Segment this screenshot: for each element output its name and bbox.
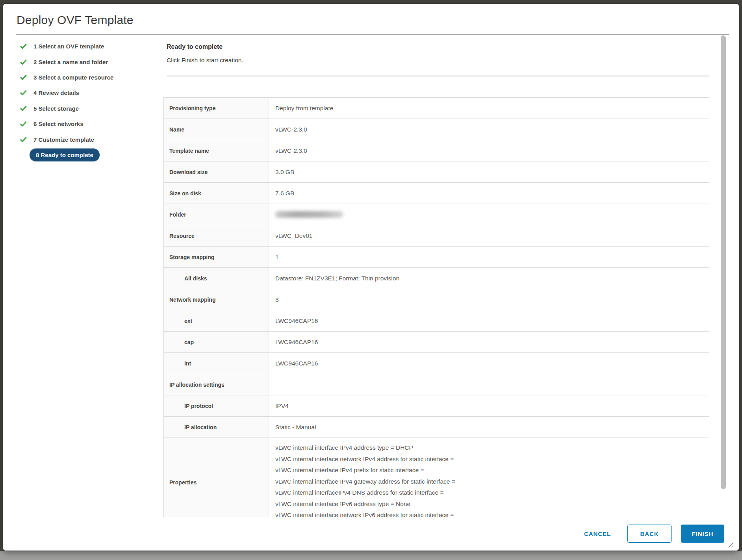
summary-row-value: vLWC-2.3.0	[269, 140, 709, 161]
deployment-summary-table: Provisioning type Deploy from template N…	[163, 97, 709, 517]
wizard-step-label: 1 Select an OVF template	[33, 43, 104, 50]
wizard-step-label: 8 Ready to complete	[30, 148, 100, 161]
wizard-step[interactable]: 4 Review details	[15, 85, 155, 100]
summary-table-row: IP allocation settings	[164, 374, 709, 395]
summary-row-value: vLWC-2.3.0	[269, 119, 709, 140]
summary-row-label: IP protocol	[164, 395, 269, 417]
summary-row-label: Properties	[164, 438, 269, 517]
summary-row-value: IPV4	[269, 395, 709, 417]
wizard-step[interactable]: 5 Select storage	[15, 101, 155, 116]
wizard-step-label: 3 Select a compute resource	[33, 74, 113, 81]
wizard-step-active[interactable]: 8 Ready to complete	[15, 147, 155, 163]
summary-table-row: Template name vLWC-2.3.0	[164, 140, 709, 161]
check-icon	[19, 120, 28, 128]
wizard-step-label: 2 Select a name and folder	[33, 59, 108, 65]
summary-row-label: Folder	[164, 204, 269, 225]
property-line: vLWC internal interface IPv4 address typ…	[275, 442, 704, 454]
summary-row-label: Storage mapping	[164, 247, 269, 268]
property-line: vLWC internal interface network IPv6 add…	[275, 510, 704, 517]
redacted-folder-value	[275, 211, 343, 218]
summary-row-value: LWC946CAP16	[269, 353, 709, 374]
summary-row-label: Network mapping	[164, 289, 269, 310]
summary-row-value: 7.6 GB	[269, 183, 709, 204]
summary-row-value: LWC946CAP16	[269, 310, 709, 332]
summary-table-row: ext LWC946CAP16	[164, 310, 709, 332]
summary-row-label: Template name	[164, 140, 269, 161]
summary-row-value: Static - Manual	[269, 417, 709, 438]
panel-heading: Ready to complete	[167, 43, 223, 50]
wizard-step[interactable]: 3 Select a compute resource	[15, 70, 155, 85]
summary-table-row: Download size 3.0 GB	[164, 161, 709, 183]
summary-row-label: Name	[164, 119, 269, 140]
summary-row-label: IP allocation	[164, 417, 269, 438]
wizard-step[interactable]: 6 Select networks	[15, 116, 155, 132]
summary-table-row: int LWC946CAP16	[164, 353, 709, 374]
check-icon	[19, 89, 28, 97]
summary-row-value: LWC946CAP16	[269, 332, 709, 353]
check-icon	[19, 42, 28, 51]
property-line: vLWC internal interface IPv4 prefix for …	[275, 465, 704, 476]
summary-table-row: Network mapping 3	[164, 289, 709, 310]
wizard-step-label: 6 Select networks	[33, 121, 83, 127]
panel-subheading: Click Finish to start creation.	[167, 57, 243, 64]
check-icon	[19, 57, 28, 66]
property-line: vLWC internal interface IPv4 gateway add…	[275, 476, 704, 488]
summary-row-label: cap	[164, 332, 269, 353]
check-icon	[19, 104, 28, 113]
wizard-step[interactable]: 1 Select an OVF template	[15, 39, 155, 54]
summary-row-value: Deploy from template	[269, 98, 709, 119]
summary-table-row: IP allocation Static - Manual	[164, 417, 709, 438]
page-backdrop-bottom	[0, 551, 742, 560]
wizard-step[interactable]: 7 Customize template	[15, 132, 155, 147]
summary-row-label: IP allocation settings	[164, 374, 269, 395]
wizard-step-label: 4 Review details	[33, 89, 79, 96]
check-icon	[19, 135, 28, 144]
finish-button[interactable]: FINISH	[681, 525, 724, 543]
deploy-ovf-dialog: Deploy OVF Template 1 Select an OVF temp…	[3, 4, 739, 551]
summary-table-row: Size on disk 7.6 GB	[164, 183, 709, 204]
panel-divider	[167, 76, 709, 76]
summary-row-value: vLWC internal interface IPv4 address typ…	[269, 438, 709, 517]
summary-table-row: Provisioning type Deploy from template	[164, 98, 709, 119]
wizard-steps-sidebar: 1 Select an OVF template 2 Select a name…	[15, 39, 155, 163]
summary-row-label: All disks	[164, 268, 269, 289]
property-line: vLWC internal interface network IPv4 add…	[275, 454, 704, 465]
summary-table-row: Properties vLWC internal interface IPv4 …	[164, 438, 709, 517]
wizard-step-label: 5 Select storage	[33, 105, 79, 112]
dialog-title: Deploy OVF Template	[17, 13, 134, 27]
summary-row-label: int	[164, 353, 269, 374]
ready-to-complete-panel: Ready to complete Click Finish to start …	[163, 39, 709, 517]
wizard-step-label: 7 Customize template	[33, 136, 94, 143]
summary-row-value: 1	[269, 247, 709, 268]
resize-handle-icon[interactable]	[727, 541, 733, 547]
check-icon	[19, 73, 28, 82]
summary-row-label: Resource	[164, 225, 269, 247]
summary-row-label: ext	[164, 310, 269, 332]
scrollbar-thumb[interactable]	[721, 35, 726, 489]
summary-table-row: Folder	[164, 204, 709, 225]
summary-row-value: 3.0 GB	[269, 161, 709, 183]
title-divider	[16, 34, 729, 35]
summary-table-row: IP protocol IPV4	[164, 395, 709, 417]
summary-table-row: All disks Datastore: FN1ZV3E1; Format: T…	[164, 268, 709, 289]
summary-row-value	[269, 374, 709, 395]
summary-table-body: Provisioning type Deploy from template N…	[164, 98, 709, 517]
summary-row-value	[269, 204, 709, 225]
summary-row-value: 3	[269, 289, 709, 310]
cancel-button[interactable]: CANCEL	[577, 525, 618, 543]
summary-row-label: Download size	[164, 161, 269, 183]
summary-table-row: cap LWC946CAP16	[164, 332, 709, 353]
summary-row-label: Provisioning type	[164, 98, 269, 119]
summary-row-value: Datastore: FN1ZV3E1; Format: Thin provis…	[269, 268, 709, 289]
summary-table-row: Name vLWC-2.3.0	[164, 119, 709, 140]
summary-table-row: Resource vLWC_Dev01	[164, 225, 709, 247]
vertical-scrollbar[interactable]	[721, 35, 726, 517]
back-button[interactable]: BACK	[627, 525, 672, 543]
summary-row-value: vLWC_Dev01	[269, 225, 709, 247]
wizard-step[interactable]: 2 Select a name and folder	[15, 54, 155, 69]
dialog-footer: CANCEL BACK FINISH	[3, 525, 724, 543]
property-line: vLWC internal interfaceIPv4 DNS address …	[275, 487, 704, 499]
summary-row-label: Size on disk	[164, 183, 269, 204]
property-line: vLWC internal interface IPv6 address typ…	[275, 499, 704, 510]
summary-table-row: Storage mapping 1	[164, 247, 709, 268]
